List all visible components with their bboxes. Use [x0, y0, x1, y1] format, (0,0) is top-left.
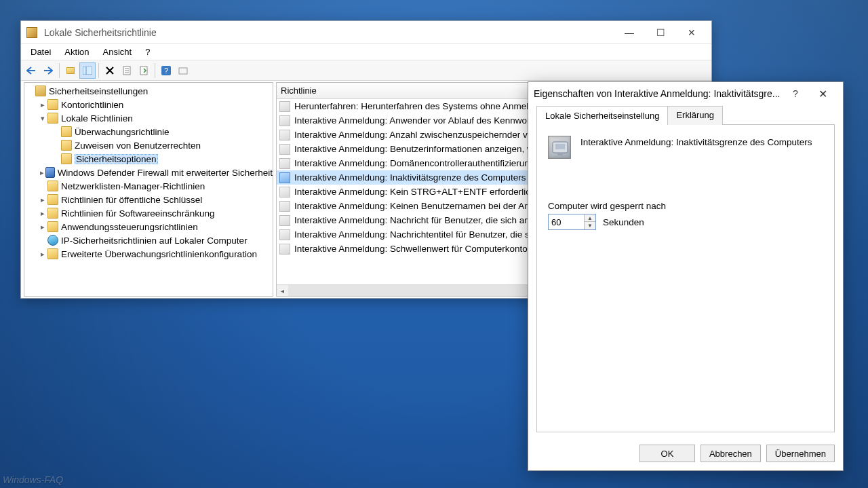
dialog-close-button[interactable]: ✕	[808, 88, 837, 100]
folder-icon	[47, 208, 58, 219]
menu-help[interactable]: ?	[138, 45, 157, 59]
help-button[interactable]: ?	[158, 62, 174, 79]
menu-action[interactable]: Aktion	[58, 45, 96, 59]
tree-node-benutzerrechte[interactable]: Zuweisen von Benutzerrechten	[24, 138, 273, 152]
policy-item-icon	[279, 187, 290, 198]
policy-title: Interaktive Anmeldung: Inaktivitätsgrenz…	[580, 136, 812, 147]
dialog-help-button[interactable]: ?	[783, 88, 808, 99]
svg-rect-7	[179, 68, 187, 74]
policy-item-icon	[279, 229, 290, 240]
policy-row-label: Interaktive Anmeldung: Kein STRG+ALT+ENT…	[294, 187, 535, 197]
policy-item-icon	[279, 201, 290, 212]
tree-label: Erweiterte Überwachungsrichtlinienkonfig…	[61, 249, 257, 259]
network-icon	[47, 235, 58, 246]
toolbar-separator	[98, 63, 99, 78]
properties-button[interactable]	[119, 62, 135, 79]
expand-icon[interactable]: ▸	[38, 168, 45, 177]
delete-button[interactable]	[102, 62, 118, 79]
inactivity-seconds-input[interactable]	[549, 214, 584, 229]
dialog-titlebar[interactable]: Eigenschaften von Interaktive Anmeldung:…	[528, 82, 843, 105]
unit-label: Sekunden	[603, 217, 644, 227]
field-label-locked-after: Computer wird gesperrt nach	[548, 201, 823, 211]
tree-node-software-restriction[interactable]: ▸ Richtlinien für Softwareeinschränkung	[24, 206, 273, 220]
expand-icon[interactable]: ▸	[38, 223, 47, 231]
tree-node-netzwerklisten[interactable]: Netzwerklisten-Manager-Richtlinien	[24, 179, 273, 193]
titlebar[interactable]: Lokale Sicherheitsrichtlinie — ☐ ✕	[21, 21, 711, 44]
tree-label: Richtlinien für öffentliche Schlüssel	[61, 195, 202, 205]
menu-file[interactable]: Datei	[24, 45, 58, 59]
tree-label: Netzwerklisten-Manager-Richtlinien	[61, 181, 205, 191]
tree-label: Richtlinien für Softwareeinschränkung	[61, 208, 215, 219]
toolbar-separator	[59, 63, 60, 78]
ok-button[interactable]: OK	[639, 445, 695, 462]
shield-icon	[45, 167, 54, 178]
nav-forward-button[interactable]	[40, 62, 56, 79]
dialog-body: Lokale Sicherheitseinstellung Erklärung …	[528, 105, 843, 439]
policy-item-icon	[279, 101, 290, 112]
tree-label: Sicherheitseinstellungen	[49, 86, 148, 96]
up-button[interactable]	[62, 62, 79, 79]
folder-icon	[61, 140, 72, 151]
tab-body: Interaktive Anmeldung: Inaktivitätsgrenz…	[536, 124, 835, 432]
tab-local-setting[interactable]: Lokale Sicherheitseinstellung	[536, 106, 668, 125]
tree-root[interactable]: Sicherheitseinstellungen	[24, 84, 273, 98]
tree-node-advanced-audit[interactable]: ▸ Erweiterte Überwachungsrichtlinienkonf…	[24, 247, 273, 261]
expand-icon[interactable]: ▸	[38, 209, 47, 218]
menu-view[interactable]: Ansicht	[96, 45, 139, 59]
policy-item-icon	[279, 172, 290, 183]
tree-node-sicherheitsoptionen[interactable]: Sicherheitsoptionen	[24, 152, 273, 166]
watermark: Windows-FAQ	[3, 474, 63, 485]
tree-label: Zuweisen von Benutzerrechten	[75, 140, 201, 151]
policy-item-icon	[279, 158, 290, 169]
tree-label: Sicherheitsoptionen	[75, 154, 158, 164]
collapse-icon[interactable]: ▾	[38, 114, 47, 123]
apply-button[interactable]: Übernehmen	[766, 445, 835, 462]
tree-label: Lokale Richtlinien	[61, 113, 133, 124]
folder-icon	[61, 126, 72, 137]
folder-icon	[47, 181, 58, 191]
tree-node-app-control[interactable]: ▸ Anwendungssteuerungsrichtlinien	[24, 220, 273, 233]
tree-node-lokale-richtlinien[interactable]: ▾ Lokale Richtlinien	[24, 111, 273, 125]
expand-icon[interactable]: ▸	[38, 100, 47, 109]
tree-node-ip-security[interactable]: IP-Sicherheitsrichtlinien auf Lokaler Co…	[24, 233, 273, 247]
menubar: Datei Aktion Ansicht ?	[21, 44, 711, 60]
column-header-label: Richtlinie	[281, 86, 317, 96]
folder-icon	[61, 153, 72, 164]
tree-node-kontorichtlinien[interactable]: ▸ Kontorichtlinien	[24, 98, 273, 111]
dialog-button-row: OK Abbrechen Übernehmen	[528, 439, 843, 470]
expand-icon[interactable]: ▸	[38, 195, 47, 204]
cancel-button[interactable]: Abbrechen	[701, 445, 761, 462]
show-tree-button[interactable]	[79, 62, 96, 79]
tree-node-ueberwachung[interactable]: Überwachungsrichtlinie	[24, 125, 273, 138]
scroll-left-icon[interactable]: ◂	[277, 285, 288, 296]
dialog-title: Eigenschaften von Interaktive Anmeldung:…	[534, 88, 783, 99]
tree-panel[interactable]: Sicherheitseinstellungen ▸ Kontorichtlin…	[24, 82, 273, 297]
folder-icon	[47, 113, 58, 124]
nav-back-button[interactable]	[23, 62, 39, 79]
properties-dialog: Eigenschaften von Interaktive Anmeldung:…	[528, 81, 844, 471]
policy-icon	[548, 136, 571, 159]
maximize-button[interactable]: ☐	[645, 22, 676, 43]
tree-node-firewall[interactable]: ▸ Windows Defender Firewall mit erweiter…	[24, 166, 273, 179]
refresh-button[interactable]	[175, 62, 191, 79]
inactivity-spinner: ▲ ▼	[548, 214, 596, 230]
tree-node-public-keys[interactable]: ▸ Richtlinien für öffentliche Schlüssel	[24, 193, 273, 206]
tree-label: Kontorichtlinien	[61, 100, 123, 110]
expand-icon[interactable]: ▸	[38, 250, 47, 259]
toolbar-separator	[155, 63, 155, 78]
folder-icon	[47, 221, 58, 232]
app-icon	[26, 27, 37, 38]
spinner-up-button[interactable]: ▲	[585, 214, 595, 222]
folder-icon	[47, 248, 58, 259]
export-button[interactable]	[136, 62, 152, 79]
tabstrip: Lokale Sicherheitseinstellung Erklärung	[536, 106, 835, 125]
minimize-button[interactable]: —	[614, 22, 645, 43]
tab-explanation[interactable]: Erklärung	[667, 106, 723, 125]
close-button[interactable]: ✕	[676, 22, 707, 43]
policy-row-label: Interaktive Anmeldung: Schwellenwert für…	[294, 244, 564, 254]
policy-item-icon	[279, 244, 290, 255]
svg-rect-10	[557, 153, 563, 155]
tree-label: Windows Defender Firewall mit erweiterte…	[58, 168, 273, 178]
spinner-down-button[interactable]: ▼	[585, 222, 595, 229]
tree-label: Überwachungsrichtlinie	[75, 127, 170, 137]
